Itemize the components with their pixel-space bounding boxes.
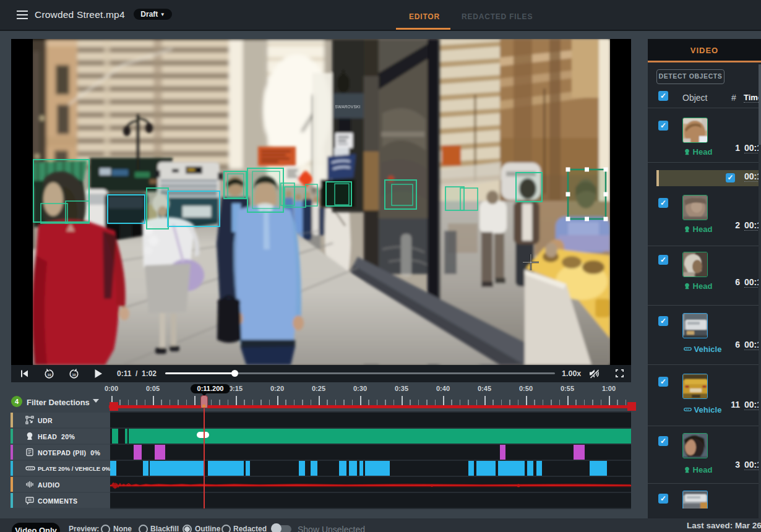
svg-text:SWAROVSKI: SWAROVSKI: [335, 105, 361, 109]
svg-text:10: 10: [72, 373, 75, 377]
svg-text:10: 10: [47, 373, 51, 377]
